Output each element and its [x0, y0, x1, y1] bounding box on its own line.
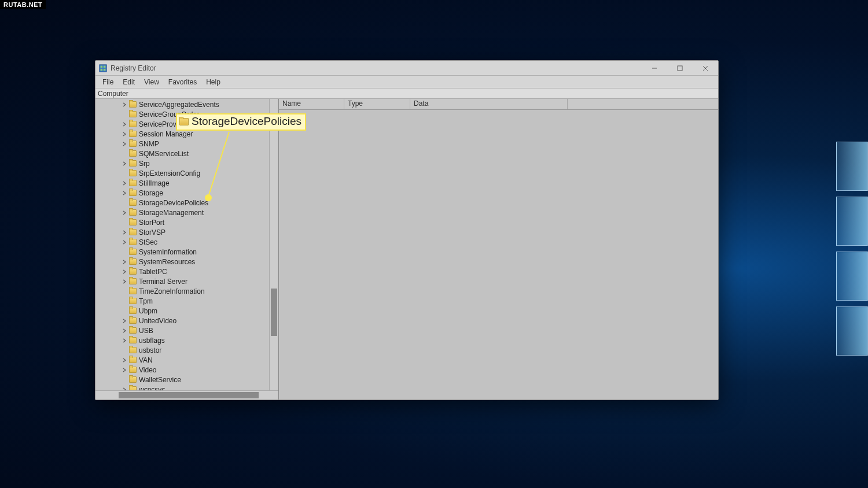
tree-item[interactable]: usbstor — [95, 345, 268, 355]
tree-item[interactable]: TimeZoneInformation — [95, 286, 268, 296]
close-button[interactable] — [693, 61, 718, 76]
folder-icon — [129, 160, 137, 167]
chevron-right-icon[interactable] — [121, 160, 128, 167]
chevron-right-icon[interactable] — [121, 337, 128, 344]
tree-item-label: Storage — [139, 189, 163, 197]
tree-item-label: SNMP — [139, 140, 159, 148]
tree-item-label: SystemResources — [139, 258, 195, 266]
folder-icon — [129, 376, 137, 383]
chevron-right-icon[interactable] — [121, 101, 128, 108]
tree-item[interactable]: SystemInformation — [95, 247, 268, 257]
address-bar[interactable]: Computer — [95, 88, 718, 99]
tree-item[interactable]: ServiceGroupOrder — [95, 109, 268, 119]
folder-icon — [129, 386, 137, 390]
tree-item[interactable]: Session Manager — [95, 129, 268, 139]
scrollbar-thumb[interactable] — [271, 289, 277, 336]
chevron-right-icon[interactable] — [121, 121, 128, 128]
menu-help[interactable]: Help — [201, 77, 225, 87]
tree-item[interactable]: ServiceAggregatedEvents — [95, 99, 268, 109]
chevron-right-icon[interactable] — [121, 357, 128, 364]
registry-tree[interactable]: ServiceAggregatedEventsServiceGroupOrder… — [95, 99, 268, 390]
chevron-right-icon[interactable] — [121, 268, 128, 275]
chevron-right-icon[interactable] — [121, 258, 128, 265]
tree-item[interactable]: WalletService — [95, 375, 268, 385]
tree-item[interactable]: SNMP — [95, 139, 268, 149]
folder-icon — [129, 357, 137, 363]
tree-vertical-scrollbar[interactable] — [269, 99, 278, 390]
chevron-right-icon[interactable] — [121, 180, 128, 187]
column-type[interactable]: Type — [344, 99, 410, 109]
tree-item-label: Terminal Server — [139, 278, 187, 286]
tree-item[interactable]: Srp — [95, 158, 268, 168]
scrollbar-thumb[interactable] — [119, 392, 259, 398]
windows-logo-decor — [833, 142, 868, 353]
tree-item[interactable]: wcncsvc — [95, 385, 268, 390]
tree-horizontal-scrollbar[interactable] — [95, 390, 278, 400]
menu-view[interactable]: View — [139, 77, 164, 87]
chevron-right-icon[interactable] — [121, 190, 128, 197]
chevron-right-icon[interactable] — [121, 386, 128, 391]
maximize-button[interactable] — [667, 61, 693, 76]
chevron-right-icon[interactable] — [121, 209, 128, 216]
menubar: File Edit View Favorites Help — [95, 76, 718, 88]
column-name[interactable]: Name — [279, 99, 344, 109]
chevron-right-icon[interactable] — [121, 367, 128, 374]
tree-item[interactable]: Tpm — [95, 296, 268, 306]
tree-item[interactable]: StorPort — [95, 217, 268, 227]
tree-item[interactable]: USB — [95, 326, 268, 335]
tree-item[interactable]: ServiceProvider — [95, 119, 268, 129]
menu-favorites[interactable]: Favorites — [164, 77, 201, 87]
folder-icon — [129, 170, 137, 176]
svg-rect-5 — [678, 66, 682, 71]
tree-item-label: TabletPC — [139, 268, 167, 276]
tree-item[interactable]: Ubpm — [95, 306, 268, 316]
chevron-right-icon[interactable] — [121, 131, 128, 138]
tree-item[interactable]: StorVSP — [95, 227, 268, 237]
chevron-right-icon[interactable] — [121, 239, 128, 246]
registry-editor-window: Registry Editor File Edit View Favorites… — [95, 60, 719, 400]
folder-icon — [129, 298, 137, 304]
titlebar[interactable]: Registry Editor — [95, 61, 718, 76]
tree-item[interactable]: UnitedVideo — [95, 316, 268, 326]
chevron-right-icon[interactable] — [121, 327, 128, 334]
tree-item-label: ServiceProvider — [139, 120, 188, 128]
tree-item[interactable]: VAN — [95, 355, 268, 365]
tree-item-label: USB — [139, 327, 153, 335]
tree-item-label: usbflags — [139, 337, 165, 345]
regedit-icon — [99, 64, 107, 72]
folder-icon — [129, 150, 137, 157]
tree-item[interactable]: SrpExtensionConfig — [95, 168, 268, 178]
tree-item-label: ServiceAggregatedEvents — [139, 101, 219, 109]
folder-icon — [129, 190, 137, 196]
tree-item[interactable]: Video — [95, 365, 268, 375]
minimize-button[interactable] — [642, 61, 667, 76]
menu-edit[interactable]: Edit — [118, 77, 139, 87]
folder-icon — [129, 317, 137, 324]
tree-item[interactable]: SystemResources — [95, 257, 268, 267]
column-data[interactable]: Data — [410, 99, 568, 109]
tree-item-label: StorageDevicePolicies — [139, 199, 208, 207]
list-header: Name Type Data — [279, 99, 718, 110]
chevron-right-icon[interactable] — [121, 317, 128, 324]
tree-item[interactable]: TabletPC — [95, 267, 268, 276]
tree-item[interactable]: StillImage — [95, 178, 268, 188]
tree-item-label: SQMServiceList — [139, 150, 189, 158]
folder-icon — [129, 337, 137, 343]
tree-item[interactable]: StSec — [95, 237, 268, 247]
address-text: Computer — [98, 90, 128, 98]
tree-item[interactable]: Terminal Server — [95, 276, 268, 286]
tree-item-label: UnitedVideo — [139, 317, 176, 325]
tree-item[interactable]: StorageDevicePolicies — [95, 198, 268, 208]
folder-icon — [129, 288, 137, 294]
tree-item[interactable]: usbflags — [95, 335, 268, 345]
tree-item-label: Ubpm — [139, 307, 157, 315]
chevron-right-icon[interactable] — [121, 229, 128, 236]
tree-pane: ServiceAggregatedEventsServiceGroupOrder… — [95, 99, 279, 400]
menu-file[interactable]: File — [98, 77, 118, 87]
tree-item[interactable]: StorageManagement — [95, 208, 268, 217]
folder-icon — [129, 219, 137, 225]
tree-item[interactable]: SQMServiceList — [95, 149, 268, 158]
chevron-right-icon[interactable] — [121, 278, 128, 285]
tree-item[interactable]: Storage — [95, 188, 268, 198]
chevron-right-icon[interactable] — [121, 141, 128, 147]
